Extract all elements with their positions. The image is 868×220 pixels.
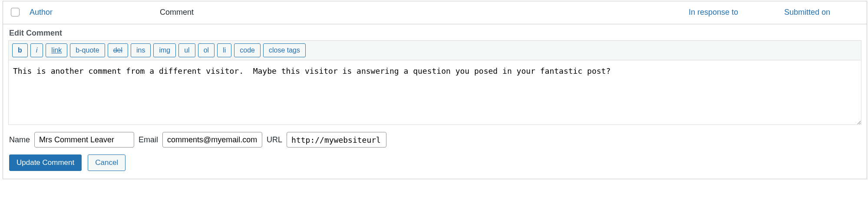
qt-code-button[interactable]: code: [234, 43, 261, 57]
qt-del-button[interactable]: del: [108, 43, 128, 57]
column-author[interactable]: Author: [30, 8, 53, 16]
qt-close-tags-button[interactable]: close tags: [263, 43, 306, 57]
url-label: URL: [267, 135, 282, 144]
qt-bold-button[interactable]: b: [12, 43, 28, 57]
qt-ul-button[interactable]: ul: [178, 43, 195, 57]
select-all-checkbox[interactable]: [11, 8, 20, 16]
column-comment: Comment: [155, 1, 684, 24]
comments-table-header: Author Comment In response to Submitted …: [3, 1, 867, 24]
qt-ol-button[interactable]: ol: [198, 43, 215, 57]
qt-link-button[interactable]: link: [46, 43, 67, 57]
comment-textarea[interactable]: [8, 60, 861, 125]
name-input[interactable]: [34, 132, 134, 148]
email-input[interactable]: [162, 132, 262, 148]
author-fields-row: Name Email URL: [8, 125, 861, 149]
name-label: Name: [9, 135, 30, 144]
qt-italic-button[interactable]: i: [30, 43, 43, 57]
column-response[interactable]: In response to: [689, 8, 738, 16]
email-label: Email: [139, 135, 158, 144]
edit-comment-title: Edit Comment: [8, 27, 861, 40]
qt-bquote-button[interactable]: b-quote: [70, 43, 105, 57]
qt-li-button[interactable]: li: [217, 43, 231, 57]
cancel-button[interactable]: Cancel: [88, 154, 125, 171]
quicktags-toolbar: b i link b-quote del ins img ul ol li co…: [8, 40, 861, 60]
comments-panel: Author Comment In response to Submitted …: [3, 1, 867, 179]
qt-img-button[interactable]: img: [153, 43, 176, 57]
url-input[interactable]: [287, 132, 386, 148]
quick-edit-row: Edit Comment b i link b-quote del ins im…: [3, 24, 867, 179]
update-comment-button[interactable]: Update Comment: [9, 154, 82, 171]
column-submitted[interactable]: Submitted on: [784, 8, 830, 16]
qt-ins-button[interactable]: ins: [131, 43, 151, 57]
edit-actions: Update Comment Cancel: [8, 149, 861, 173]
